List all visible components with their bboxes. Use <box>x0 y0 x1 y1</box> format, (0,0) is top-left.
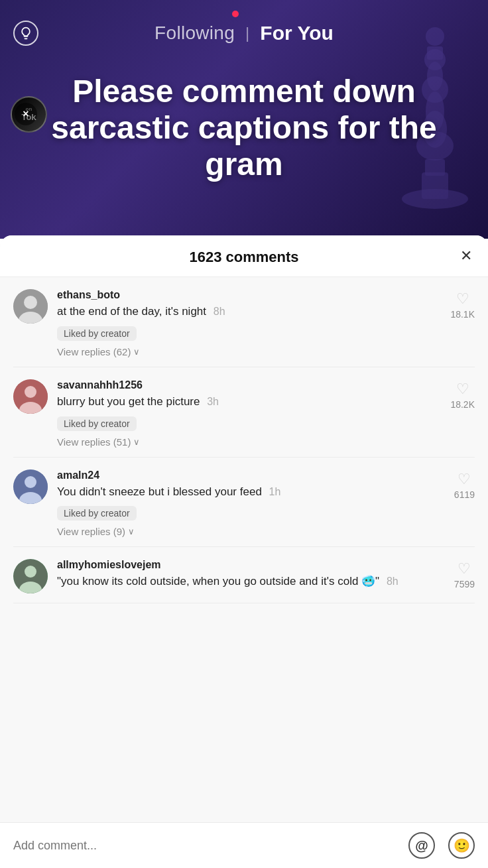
overlay-close-button[interactable]: × <box>15 103 37 125</box>
avatar-image <box>13 469 48 504</box>
nav-left <box>13 21 38 46</box>
comment-username: savannahhh1256 <box>57 379 441 391</box>
comments-count-title: 1623 comments <box>189 249 298 266</box>
comment-like[interactable]: ♡ 6119 <box>454 469 475 538</box>
comment-text: blurry but you get the picture 3h <box>57 394 441 410</box>
comment-body: savannahhh1256 blurry but you get the pi… <box>57 379 441 448</box>
video-area: Following | For You × on Tok Please comm… <box>0 0 488 239</box>
top-nav: Following | For You <box>0 0 488 66</box>
comment-text: at the end of the day, it's night 8h <box>57 304 441 320</box>
nav-dot-wrapper: Following <box>154 23 235 44</box>
heart-icon: ♡ <box>457 472 471 487</box>
svg-point-15 <box>25 386 36 398</box>
heart-icon: ♡ <box>456 382 469 397</box>
at-mention-button[interactable]: @ <box>408 832 435 859</box>
like-count: 7599 <box>454 579 475 589</box>
chevron-down-icon: ∨ <box>133 437 140 447</box>
comment-username: ethans_boto <box>57 289 441 301</box>
chevron-down-icon: ∨ <box>128 527 135 536</box>
avatar-image <box>13 379 48 414</box>
table-row: ethans_boto at the end of the day, it's … <box>13 277 475 367</box>
add-comment-bar: @ 🙂 <box>0 822 488 868</box>
like-count: 18.2K <box>450 399 475 410</box>
avatar[interactable] <box>13 379 48 414</box>
avatar-image <box>13 289 48 324</box>
heart-icon: ♡ <box>456 292 469 306</box>
liked-by-creator-badge: Liked by creator <box>57 326 137 341</box>
foryou-tab[interactable]: For You <box>260 22 334 44</box>
add-comment-input[interactable] <box>13 839 408 853</box>
liked-by-creator-badge: Liked by creator <box>57 416 137 431</box>
comment-time: 8h <box>387 576 398 587</box>
nav-center: Following | For You <box>154 22 334 44</box>
svg-point-21 <box>25 566 36 578</box>
comment-username: allmyhomieslovejem <box>57 559 445 571</box>
nav-divider: | <box>245 24 249 42</box>
comment-time: 3h <box>207 396 219 407</box>
comment-like[interactable]: ♡ 7599 <box>454 559 475 593</box>
comments-close-button[interactable]: ✕ <box>460 247 472 265</box>
svg-point-18 <box>25 476 36 488</box>
table-row: amaln24 You didn't sneeze but i blessed … <box>13 458 475 548</box>
input-icons: @ 🙂 <box>408 832 475 859</box>
avatar[interactable] <box>13 469 48 504</box>
chevron-down-icon: ∨ <box>133 347 140 357</box>
avatar[interactable] <box>13 559 48 593</box>
comments-list: ethans_boto at the end of the day, it's … <box>0 277 488 822</box>
view-replies-button[interactable]: View replies (9) ∨ <box>57 526 445 537</box>
comments-panel: 1623 comments ✕ ethans_boto at <box>0 235 488 868</box>
video-text-overlay: Please comment down sarcastic captions f… <box>0 73 488 183</box>
bulb-icon[interactable] <box>13 21 38 46</box>
video-caption: Please comment down sarcastic captions f… <box>20 73 468 183</box>
comment-like[interactable]: ♡ 18.1K <box>450 289 475 357</box>
svg-point-12 <box>24 296 37 309</box>
view-replies-button[interactable]: View replies (51) ∨ <box>57 436 441 448</box>
following-tab[interactable]: Following <box>154 23 235 43</box>
avatar-image <box>13 559 48 593</box>
comment-time: 1h <box>269 486 281 497</box>
view-replies-button[interactable]: View replies (62) ∨ <box>57 346 441 357</box>
liked-by-creator-badge: Liked by creator <box>57 506 137 521</box>
comment-like[interactable]: ♡ 18.2K <box>450 379 475 448</box>
heart-icon: ♡ <box>457 562 471 576</box>
comment-time: 8h <box>213 306 225 317</box>
comments-header: 1623 comments ✕ <box>0 235 488 277</box>
comment-body: ethans_boto at the end of the day, it's … <box>57 289 441 357</box>
notification-dot <box>232 11 239 17</box>
comment-body: amaln24 You didn't sneeze but i blessed … <box>57 469 445 538</box>
comment-text: "you know its cold outside, when you go … <box>57 574 445 589</box>
like-count: 6119 <box>454 489 475 500</box>
table-row: allmyhomieslovejem "you know its cold ou… <box>13 547 475 603</box>
table-row: savannahhh1256 blurry but you get the pi… <box>13 367 475 458</box>
comment-text: You didn't sneeze but i blessed your fee… <box>57 484 445 500</box>
comment-username: amaln24 <box>57 469 445 481</box>
comment-body: allmyhomieslovejem "you know its cold ou… <box>57 559 445 593</box>
avatar[interactable] <box>13 289 48 324</box>
emoji-button[interactable]: 🙂 <box>448 832 475 859</box>
like-count: 18.1K <box>450 309 475 320</box>
